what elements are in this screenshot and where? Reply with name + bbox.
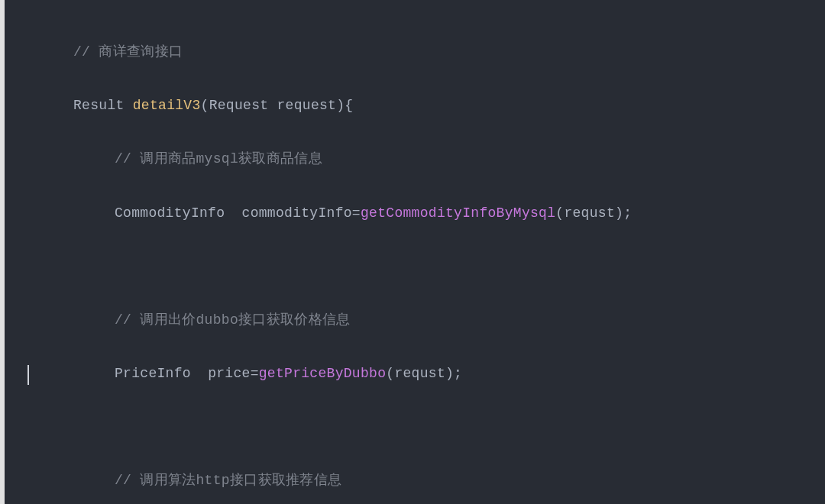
comment: // 调用出价dubbo接口获取价格信息 — [115, 312, 350, 328]
text-cursor — [28, 365, 29, 385]
method-name: detailV3 — [133, 98, 201, 113]
params: Request request — [209, 98, 337, 113]
method-call: getPriceByDubbo — [259, 366, 387, 381]
equals: = — [251, 366, 259, 381]
code-line: Result detailV3(Request request){ — [0, 92, 825, 119]
comment: // 商详查询接口 — [73, 44, 183, 60]
type: PriceInfo — [115, 366, 208, 381]
blank-line — [0, 254, 825, 280]
code-line: // 商详查询接口 — [0, 39, 825, 66]
args: (requst); — [555, 205, 632, 221]
return-type: Result — [73, 98, 133, 113]
var: commodityInfo — [242, 205, 352, 221]
method-call: getCommodityInfoByMysql — [361, 205, 555, 221]
blank-line — [0, 414, 825, 441]
paren: ( — [201, 98, 209, 113]
comment: // 调用算法http接口获取推荐信息 — [115, 473, 341, 488]
comment: // 调用商品mysql获取商品信息 — [115, 151, 322, 166]
code-line: // 调用出价dubbo接口获取价格信息 — [0, 307, 825, 334]
args: (requst); — [386, 366, 462, 381]
code-line: PriceInfo price=getPriceByDubbo(requst); — [0, 360, 825, 387]
code-line: CommodityInfo commodityInfo=getCommodity… — [0, 200, 825, 227]
paren: ){ — [336, 98, 353, 113]
type: CommodityInfo — [115, 205, 242, 221]
var: price — [208, 366, 251, 381]
code-editor[interactable]: // 商详查询接口 Result detailV3(Request reques… — [0, 0, 825, 504]
code-line: // 调用商品mysql获取商品信息 — [0, 146, 825, 173]
editor-gutter — [0, 0, 5, 504]
equals: = — [352, 205, 361, 221]
code-line: // 调用算法http接口获取推荐信息 — [0, 467, 825, 494]
